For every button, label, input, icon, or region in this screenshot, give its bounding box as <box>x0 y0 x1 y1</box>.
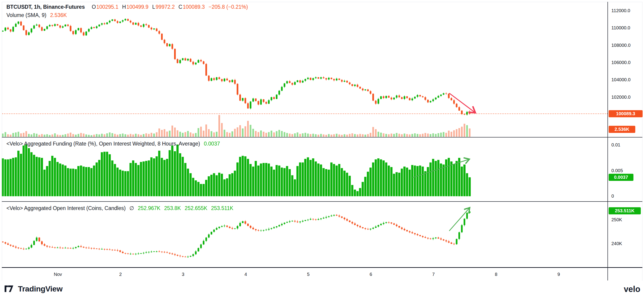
funding-bar <box>93 165 95 196</box>
price-candle <box>232 80 233 82</box>
oi-candle <box>26 249 27 249</box>
oi-candle <box>33 241 35 245</box>
price-candle <box>127 19 129 21</box>
funding-bar <box>398 173 400 196</box>
funding-bar <box>7 159 9 196</box>
funding-bar <box>430 163 432 196</box>
oi-candle <box>258 230 259 231</box>
volume-bar <box>146 133 147 137</box>
oi-candle <box>453 244 455 244</box>
price-candle <box>7 27 9 29</box>
tradingview-logo[interactable]: TradingView <box>4 284 62 294</box>
symbol-title[interactable]: BTCUSDT, 1h, Binance-Futures <box>6 4 85 10</box>
panel-separator-2[interactable] <box>2 201 642 202</box>
funding-bar <box>388 165 390 196</box>
funding-bar <box>356 191 358 196</box>
oi-candle <box>15 247 16 248</box>
volume-bar <box>109 132 110 137</box>
price-candle <box>172 44 173 49</box>
oi-candle <box>294 221 296 222</box>
low-label: L <box>152 4 155 10</box>
price-candle <box>448 94 450 98</box>
volume-bar <box>216 132 218 137</box>
oi-candle <box>380 224 382 225</box>
volume-bar <box>299 134 301 137</box>
funding-bar <box>153 158 155 196</box>
price-candle <box>252 98 254 101</box>
oi-candle <box>124 253 126 254</box>
funding-bar <box>330 163 332 196</box>
volume-bar <box>445 133 447 137</box>
oi-candle <box>226 226 228 227</box>
volume-bar <box>135 134 137 137</box>
oi-axis-label: 240K <box>612 241 622 246</box>
price-candle <box>93 27 95 28</box>
funding-bar <box>168 150 171 196</box>
price-candle <box>161 34 162 40</box>
funding-bar <box>442 165 445 196</box>
volume-legend[interactable]: Volume (SMA, 9) 2.536K <box>6 12 67 18</box>
panel1-legend[interactable]: BTCUSDT, 1h, Binance-Futures O100295.1 H… <box>6 4 248 10</box>
price-candle <box>38 24 40 27</box>
funding-bar <box>145 161 147 196</box>
price-candle <box>234 80 236 84</box>
volume-bar <box>218 115 220 137</box>
price-candle <box>23 25 24 30</box>
oi-candle <box>386 222 387 223</box>
price-candle <box>187 59 189 61</box>
low-value: 99972.2 <box>156 4 175 10</box>
volume-bar <box>411 134 413 137</box>
velo-logo[interactable]: velo <box>624 284 640 294</box>
oi-candle <box>67 248 69 248</box>
funding-bar <box>119 170 121 196</box>
chart-canvas[interactable] <box>0 0 644 297</box>
panel3-legend[interactable]: <Velo> Aggregated Open Interest (Coins, … <box>6 205 233 211</box>
panel-separator-1[interactable] <box>2 137 642 137</box>
volume-bar <box>244 126 246 137</box>
funding-bar <box>354 190 356 196</box>
oi-candle <box>96 249 98 249</box>
oi-candle <box>320 219 322 219</box>
volume-bar <box>352 133 353 137</box>
oi-candle <box>330 216 332 216</box>
oi-candle <box>7 244 9 245</box>
price-candle <box>112 19 113 21</box>
funding-bar <box>70 169 72 196</box>
oi-low-value: 252.655K <box>185 205 207 211</box>
tradingview-logo-icon <box>4 284 15 294</box>
funding-bar <box>281 168 283 196</box>
funding-bar <box>51 156 53 196</box>
oi-candle <box>49 247 50 247</box>
panel2-legend[interactable]: <Velo> Aggregated Funding (Rate (%), Ope… <box>6 140 220 147</box>
price-candle <box>216 77 218 80</box>
funding-bar <box>82 167 84 196</box>
funding-bar <box>127 171 129 196</box>
oi-candle <box>172 254 173 254</box>
oi-candle <box>357 225 358 226</box>
price-candle <box>49 25 50 26</box>
oi-candle <box>117 250 118 251</box>
volume-bar <box>242 129 244 137</box>
price-candle <box>198 60 199 63</box>
oi-candle <box>221 226 222 227</box>
funding-bar <box>312 158 314 196</box>
funding-bar <box>72 169 74 196</box>
price-candle <box>393 98 395 99</box>
oi-candle <box>427 238 429 239</box>
funding-bar <box>372 163 374 196</box>
funding-bar <box>130 163 132 196</box>
funding-bar <box>122 171 124 197</box>
volume-bar <box>310 134 312 137</box>
price-candle <box>391 98 392 99</box>
funding-bar <box>216 175 218 196</box>
funding-bar <box>38 157 40 197</box>
volume-bar <box>237 127 238 137</box>
volume-bar <box>106 133 108 137</box>
oi-candle <box>388 222 390 223</box>
funding-bar <box>179 153 181 196</box>
price-candle <box>255 98 256 101</box>
price-candle <box>176 59 178 63</box>
price-candle <box>284 83 285 87</box>
price-candle <box>404 96 405 99</box>
funding-bar <box>435 161 437 196</box>
